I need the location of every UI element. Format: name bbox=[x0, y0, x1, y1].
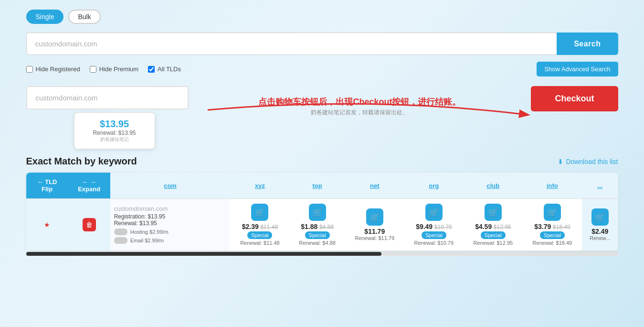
cell-xyz: 🛒 $2.39 $11.48 Special Renewal: $11.48 bbox=[230, 199, 289, 251]
checkout-area: Checkout bbox=[531, 86, 618, 111]
info-renewal: Renewal: $18.49 bbox=[527, 240, 578, 246]
email-toggle-row: Email $2.99/m bbox=[114, 237, 227, 244]
annotation-area: 点击购物车按钮后，出现Checkout按钮，进行结账。 奶爸建站笔记首发，转载请… bbox=[189, 86, 531, 117]
domain-result-display: customdomain.com bbox=[26, 86, 189, 109]
email-toggle[interactable] bbox=[114, 237, 127, 244]
info-badge: Special bbox=[540, 231, 565, 239]
xyz-cart-button[interactable]: 🛒 bbox=[251, 204, 268, 221]
col-more[interactable]: ... bbox=[582, 173, 618, 199]
all-tlds-filter[interactable]: All TLDs bbox=[148, 65, 181, 73]
hide-registered-checkbox[interactable] bbox=[26, 66, 33, 73]
checkout-button[interactable]: Checkout bbox=[531, 86, 618, 111]
top-price: $1.88 bbox=[301, 223, 317, 230]
hide-premium-checkbox[interactable] bbox=[90, 66, 96, 73]
col-top[interactable]: top bbox=[289, 173, 345, 199]
cell-flip: ★ bbox=[26, 199, 68, 251]
hosting-toggle-row: Hosting $2.99/m bbox=[114, 229, 227, 235]
bulk-tab[interactable]: Bulk bbox=[68, 10, 100, 24]
cell-com: customdomain.com Registration: $13.95 Re… bbox=[110, 199, 231, 251]
net-renewal: Renewal: $11.79 bbox=[349, 235, 401, 241]
partial-price: $2.49 bbox=[591, 228, 608, 235]
xyz-renewal: Renewal: $11.48 bbox=[234, 240, 285, 246]
download-label: Download this list bbox=[566, 158, 618, 165]
cart-area: customdomain.com $13.95 Renewal: $13.95 … bbox=[26, 86, 618, 149]
cell-expand: 🗑 bbox=[68, 199, 110, 251]
horizontal-scrollbar[interactable] bbox=[26, 252, 618, 256]
advanced-search-button[interactable]: Show Advanced Search bbox=[537, 62, 618, 76]
section-header: Exact Match by keyword ⬇ Download this l… bbox=[26, 156, 618, 167]
col-expand[interactable]: ← →Expand bbox=[68, 173, 110, 199]
top-renewal: Renewal: $4.88 bbox=[293, 240, 341, 246]
cart-watermark: 奶爸建站笔记 bbox=[84, 136, 145, 143]
search-row: Search bbox=[26, 33, 618, 55]
hide-registered-label: Hide Registered bbox=[36, 65, 80, 73]
cell-club: 🛒 $4.59 $12.95 Special Renewal: $12.95 bbox=[464, 199, 523, 251]
org-old-price: $10.79 bbox=[434, 224, 452, 230]
download-icon: ⬇ bbox=[558, 158, 563, 165]
club-renewal: Renewal: $12.95 bbox=[467, 240, 519, 246]
info-old-price: $18.49 bbox=[553, 224, 570, 230]
hosting-label: Hosting $2.99/m bbox=[130, 229, 169, 235]
cell-info: 🛒 $3.79 $18.49 Special Renewal: $18.49 bbox=[523, 199, 582, 251]
hosting-toggle[interactable] bbox=[114, 229, 127, 235]
club-cart-button[interactable]: 🛒 bbox=[485, 204, 502, 221]
top-cart-button[interactable]: 🛒 bbox=[309, 204, 326, 221]
download-list-link[interactable]: ⬇ Download this list bbox=[558, 158, 618, 165]
domain-name-text: customdomain.com bbox=[114, 205, 227, 212]
cell-org: 🛒 $9.49 $10.79 Special Renewal: $10.79 bbox=[404, 199, 464, 251]
top-old-price: $4.88 bbox=[319, 224, 334, 230]
hide-premium-filter[interactable]: Hide Premium bbox=[90, 65, 138, 73]
all-tlds-checkbox[interactable] bbox=[148, 66, 155, 73]
cell-net: 🛒 $11.79 Renewal: $11.79 bbox=[345, 199, 404, 251]
info-cart-button[interactable]: 🛒 bbox=[544, 204, 561, 221]
info-price: $3.79 bbox=[534, 223, 551, 230]
hide-premium-label: Hide Premium bbox=[99, 65, 138, 73]
com-renewal-price: Renewal: $13.95 bbox=[114, 220, 227, 227]
domain-result-area: customdomain.com $13.95 Renewal: $13.95 … bbox=[26, 86, 189, 149]
delete-button[interactable]: 🗑 bbox=[83, 218, 96, 231]
club-price: $4.59 bbox=[475, 223, 492, 230]
net-cart-button[interactable]: 🛒 bbox=[366, 208, 383, 226]
cell-top: 🛒 $1.88 $4.88 Special Renewal: $4.88 bbox=[289, 199, 345, 251]
col-com[interactable]: com bbox=[110, 173, 231, 199]
partial-cart-button[interactable]: 🛒 bbox=[591, 208, 609, 226]
section-title: Exact Match by keyword bbox=[26, 156, 137, 167]
cart-popup: $13.95 Renewal: $13.95 奶爸建站笔记 bbox=[74, 112, 155, 149]
xyz-old-price: $11.48 bbox=[260, 224, 278, 230]
domain-table: ↔ TLDFlip ← →Expand com xyz top net org … bbox=[26, 173, 618, 251]
cart-price: $13.95 bbox=[84, 119, 145, 130]
annotation-sub: 奶爸建站笔记首发，转载请保留出处。 bbox=[198, 109, 522, 117]
com-reg-price: Registration: $13.95 bbox=[114, 213, 227, 220]
col-club[interactable]: club bbox=[464, 173, 523, 199]
xyz-price: $2.39 bbox=[242, 223, 259, 230]
top-badge: Special bbox=[305, 231, 330, 239]
search-button[interactable]: Search bbox=[557, 33, 618, 55]
col-xyz[interactable]: xyz bbox=[230, 173, 289, 199]
all-tlds-label: All TLDs bbox=[158, 65, 181, 73]
org-price: $9.49 bbox=[416, 223, 433, 230]
single-tab[interactable]: Single bbox=[26, 10, 64, 24]
email-label: Email $2.99/m bbox=[130, 238, 164, 243]
club-old-price: $12.95 bbox=[494, 224, 511, 230]
org-badge: Special bbox=[422, 231, 446, 239]
club-badge: Special bbox=[481, 231, 506, 239]
table-row: ★ 🗑 customdomain.com Registration: $13.9… bbox=[26, 199, 618, 251]
cart-renewal: Renewal: $13.95 bbox=[84, 130, 145, 136]
filter-row: Hide Registered Hide Premium All TLDs Sh… bbox=[26, 62, 618, 76]
search-input[interactable] bbox=[26, 33, 557, 55]
col-flip[interactable]: ↔ TLDFlip bbox=[26, 173, 68, 199]
annotation-main: 点击购物车按钮后，出现Checkout按钮，进行结账。 bbox=[198, 86, 522, 109]
scrollbar-thumb bbox=[26, 252, 381, 256]
star-icon: ★ bbox=[44, 221, 50, 229]
xyz-badge: Special bbox=[247, 231, 272, 239]
net-price: $11.79 bbox=[364, 228, 385, 235]
col-info[interactable]: info bbox=[523, 173, 582, 199]
col-net[interactable]: net bbox=[345, 173, 404, 199]
hide-registered-filter[interactable]: Hide Registered bbox=[26, 65, 80, 73]
partial-renewal: Renew... bbox=[586, 235, 614, 241]
org-renewal: Renewal: $10.79 bbox=[408, 240, 460, 246]
col-org[interactable]: org bbox=[404, 173, 464, 199]
org-cart-button[interactable]: 🛒 bbox=[425, 204, 443, 221]
cell-partial: 🛒 $2.49 Renew... bbox=[582, 199, 618, 251]
